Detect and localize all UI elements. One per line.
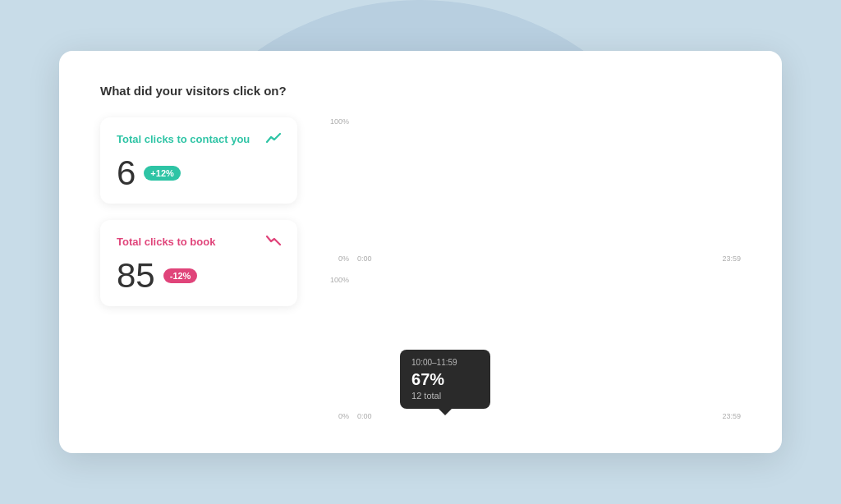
main-card: What did your visitors click on? Total c… [59, 51, 782, 453]
book-badge: -12% [163, 268, 198, 283]
contact-trend-icon [266, 131, 281, 148]
tooltip-time: 10:00–11:59 [411, 358, 479, 367]
contact-card-header: Total clicks to contact you [117, 131, 281, 148]
book-stat-card: Total clicks to book 85 -12% [100, 220, 297, 306]
book-value-row: 85 -12% [117, 259, 281, 293]
section-title: What did your visitors click on? [100, 84, 741, 98]
contact-value: 6 [117, 156, 136, 190]
right-panel: 100% 0% 0:00 23:59 100% [330, 117, 741, 420]
contact-y-min: 0% [338, 254, 349, 263]
left-panel: Total clicks to contact you 6 +12% Total… [100, 117, 297, 420]
contact-chart-section: 100% 0% 0:00 23:59 [330, 117, 741, 263]
book-chart-wrapper: 100% 0% 10:00–11:59 67% 12 total 0:00 23… [330, 276, 741, 421]
contact-chart-wrapper: 100% 0% 0:00 23:59 [330, 117, 741, 263]
book-y-labels: 100% 0% [330, 276, 354, 421]
contact-chart-area: 0:00 23:59 [357, 251, 741, 263]
contact-card-title: Total clicks to contact you [117, 133, 250, 145]
book-chart-area: 10:00–11:59 67% 12 total 0:00 23:59 [357, 409, 741, 420]
tooltip-total: 12 total [411, 391, 479, 401]
book-x-end: 23:59 [722, 412, 741, 420]
book-trend-icon [266, 233, 281, 250]
contact-badge: +12% [144, 166, 180, 181]
tooltip-percent: 67% [411, 370, 479, 389]
contact-stat-card: Total clicks to contact you 6 +12% [100, 117, 297, 204]
content-area: Total clicks to contact you 6 +12% Total… [100, 117, 741, 420]
book-card-title: Total clicks to book [117, 236, 215, 248]
book-y-max: 100% [330, 276, 349, 284]
book-x-start: 0:00 [357, 412, 372, 420]
contact-x-labels: 0:00 23:59 [357, 251, 741, 263]
book-y-min: 0% [338, 412, 349, 420]
book-chart-section: 100% 0% 10:00–11:59 67% 12 total 0:00 23… [330, 276, 741, 421]
contact-y-labels: 100% 0% [330, 117, 354, 263]
chart-tooltip: 10:00–11:59 67% 12 total [400, 350, 490, 409]
book-value: 85 [117, 259, 155, 293]
contact-y-max: 100% [330, 117, 349, 126]
contact-value-row: 6 +12% [117, 156, 281, 190]
contact-x-start: 0:00 [357, 254, 372, 263]
book-card-header: Total clicks to book [117, 233, 281, 250]
book-x-labels: 0:00 23:59 [357, 409, 741, 420]
contact-x-end: 23:59 [722, 254, 741, 263]
